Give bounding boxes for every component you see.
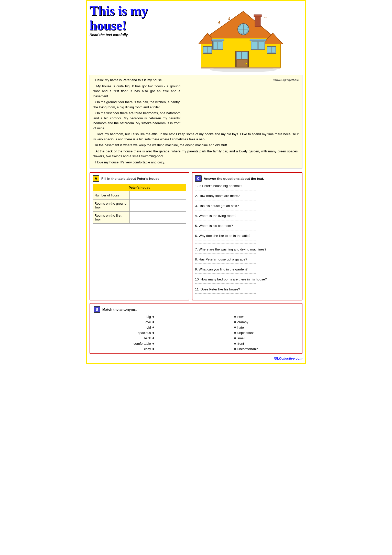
question-item: 4. Where is the living room? -----------…: [195, 214, 299, 222]
antonym-word: front: [237, 342, 244, 345]
dot-icon: [153, 343, 154, 344]
read-instruction: Read the text carefully.: [90, 33, 177, 37]
table-header: Peter's house: [93, 184, 186, 191]
text-left-column: Hello! My name is Peter and this is my h…: [93, 78, 180, 132]
row-label-3: Rooms on the first floor: [93, 212, 130, 224]
table-row: Number of floors: [93, 191, 186, 200]
antonym-word: hate: [237, 326, 244, 329]
dot-icon: [153, 348, 154, 350]
svg-text:⌒: ⌒: [254, 18, 259, 23]
antonym-word: spacious: [138, 331, 151, 335]
answer-line-extra: ----------------------------------------…: [195, 242, 299, 245]
exercise-c-box: C Answer the questions about the text. 1…: [192, 172, 302, 300]
svg-marker-16: [211, 39, 224, 41]
house-illustration: 4 4 ⌒ ⌒: [196, 4, 283, 73]
paragraph-3: On the ground floor there is the hall, t…: [93, 100, 180, 110]
question-item: 1. Is Peter's house big or small? ------…: [195, 184, 299, 192]
answer-line: ----------------------------------------…: [195, 272, 299, 275]
question-text: 11. Does Peter like his house?: [195, 287, 299, 291]
antonym-right-item: hate: [234, 326, 244, 329]
antonym-word: comfortable: [134, 342, 151, 345]
antonym-word: uncomfortable: [237, 347, 258, 351]
antonym-left-item: spacious: [138, 331, 154, 335]
row-label-1: Number of floors: [93, 191, 130, 200]
question-text: 1. Is Peter's house big or small?: [195, 184, 299, 188]
antonym-word: cozy: [144, 347, 151, 351]
antonym-right-item: front: [234, 342, 244, 345]
dot-icon: [234, 316, 236, 318]
dot-icon: [234, 332, 236, 334]
answer-line: ----------------------------------------…: [195, 228, 299, 232]
exercise-c-label: C: [195, 175, 202, 182]
house-image: 4 4 ⌒ ⌒: [177, 4, 302, 73]
question-item: 6. Why does he like to be in the attic? …: [195, 234, 299, 245]
row-value-2[interactable]: [129, 200, 186, 212]
exercise-b-label: B: [94, 306, 100, 313]
antonym-right-item: new: [234, 315, 244, 319]
question-item: 8. Has Peter's house got a garage? -----…: [195, 257, 299, 265]
paragraph-7: At the back of the house there is also t…: [93, 149, 299, 159]
dot-icon: [234, 343, 236, 344]
copyright: © www.ClipProject.info: [184, 79, 299, 81]
dot-icon: [234, 348, 236, 350]
svg-rect-27: [268, 47, 271, 53]
antonym-word: old: [146, 326, 151, 329]
svg-rect-8: [254, 15, 262, 17]
svg-rect-32: [201, 67, 280, 69]
antonym-right-item: uncomfortable: [234, 347, 258, 351]
antonym-left-item: love: [145, 320, 154, 324]
paragraph-6: In the basement is where we keep the was…: [93, 143, 299, 148]
exercises-row: A Fill in the table about Peter's house …: [90, 172, 302, 300]
antonym-word: small: [237, 336, 245, 340]
antonym-word: unpleasant: [237, 331, 254, 335]
svg-marker-20: [250, 39, 266, 41]
svg-rect-23: [242, 52, 248, 59]
antonym-word: love: [145, 320, 151, 324]
row-label-2: Rooms on the ground floor.: [93, 200, 130, 212]
svg-rect-22: [236, 52, 242, 59]
question-item: 5. Where is his bedroom? ---------------…: [195, 224, 299, 232]
exercise-a-header: A Fill in the table about Peter's house: [93, 175, 186, 182]
answer-line: ----------------------------------------…: [195, 262, 299, 265]
exercise-b-header: B Match the antonyms.: [94, 306, 298, 313]
exercise-a-label: A: [93, 175, 99, 182]
answer-line: ----------------------------------------…: [195, 218, 299, 222]
svg-text:4: 4: [218, 20, 220, 25]
question-text: 3. Has his house got an attic?: [195, 204, 299, 208]
reading-box: Hello! My name is Peter and this is my h…: [90, 75, 302, 169]
answer-line: ----------------------------------------…: [195, 252, 299, 255]
question-item: 11. Does Peter like his house? ---------…: [195, 287, 299, 295]
answer-line: ----------------------------------------…: [195, 292, 299, 295]
dot-icon: [153, 337, 154, 339]
antonym-left-item: comfortable: [134, 342, 154, 345]
question-item: 7. Where are the washing and drying mach…: [195, 247, 299, 255]
antonyms-left-column: big love old spacious back comfortable c…: [134, 315, 154, 351]
table-row: Rooms on the ground floor.: [93, 200, 186, 212]
footer-text: iSLCollective.com: [274, 357, 302, 360]
row-value-3[interactable]: [129, 212, 186, 224]
dot-icon: [234, 321, 236, 323]
exercise-c-header: C Answer the questions about the text.: [195, 175, 299, 182]
peters-house-table: Peter's house Number of floors Rooms on …: [93, 184, 186, 224]
question-text: 7. Where are the washing and drying mach…: [195, 247, 299, 251]
antonym-right-item: small: [234, 336, 245, 340]
antonym-word: crampy: [237, 320, 248, 324]
svg-rect-18: [252, 41, 258, 49]
antonym-word: big: [146, 315, 151, 319]
antonym-right-item: unpleasant: [234, 331, 254, 335]
svg-rect-15: [218, 41, 222, 49]
dot-icon: [153, 327, 154, 328]
question-item: 10. How many bedrooms are there in his h…: [195, 277, 299, 285]
exercise-a-box: A Fill in the table about Peter's house …: [90, 172, 189, 300]
row-value-1[interactable]: [129, 191, 186, 200]
dot-icon: [153, 321, 154, 323]
antonym-left-item: old: [146, 326, 154, 329]
answer-line: ----------------------------------------…: [195, 198, 299, 202]
antonym-right-item: crampy: [234, 320, 248, 324]
antonym-word: back: [144, 336, 151, 340]
title-text: This is my house! Read the text carefull…: [90, 4, 177, 38]
question-text: 2. How many floors are there?: [195, 194, 299, 198]
svg-rect-30: [204, 47, 208, 53]
question-text: 10. How many bedrooms are there in his h…: [195, 277, 299, 281]
paragraph-4: On the first floor there are three bedro…: [93, 111, 180, 131]
